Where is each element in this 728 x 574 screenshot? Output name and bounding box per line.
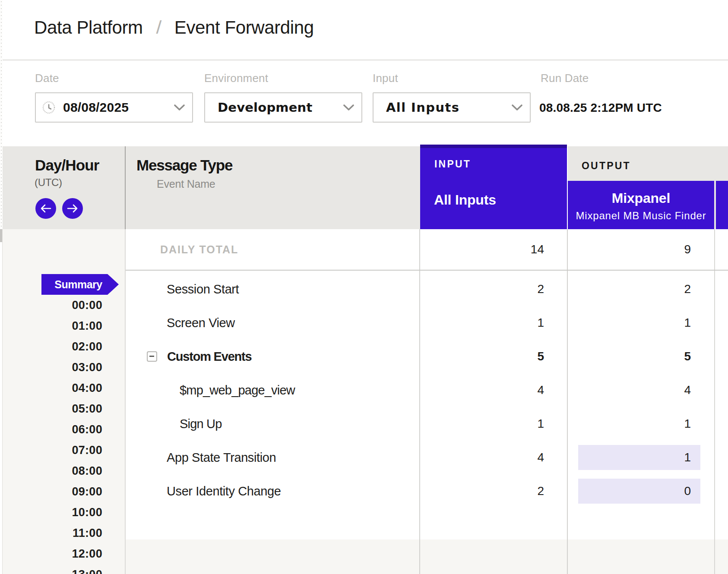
hour-item-01[interactable]: 01:00 xyxy=(3,315,125,336)
hour-item-06[interactable]: 06:00 xyxy=(3,419,125,440)
input-section-label: INPUT xyxy=(434,158,471,170)
arrow-right-icon xyxy=(67,204,78,213)
day-hour-sidebar: Summary 00:00 01:00 02:00 03:00 04:00 05… xyxy=(3,229,126,574)
hour-item-02[interactable]: 02:00 xyxy=(3,336,125,357)
hour-item-07[interactable]: 07:00 xyxy=(3,440,125,460)
highlight-box xyxy=(578,479,700,504)
mixpanel-column-subtitle: Mixpanel MB Music Finder xyxy=(568,210,714,222)
table-row-sign-up[interactable]: Sign Up 1 1 xyxy=(126,407,728,441)
environment-filter-label: Environment xyxy=(204,72,268,85)
input-count: 2 xyxy=(419,484,567,498)
table-row-user-identity-change[interactable]: User Identity Change 2 0 xyxy=(126,474,728,508)
input-filter-label: Input xyxy=(373,72,398,85)
top-bar: Data Platform / Event Forwarding xyxy=(0,0,728,60)
input-column-header[interactable]: INPUT All Inputs xyxy=(420,145,567,229)
left-rail-divider xyxy=(2,229,3,574)
day-hour-timezone: (UTC) xyxy=(35,177,62,189)
hour-item-00[interactable]: 00:00 xyxy=(3,295,125,315)
event-group-name: Custom Events xyxy=(126,350,419,364)
hour-item-11[interactable]: 11:00 xyxy=(3,523,125,543)
environment-filter-value: Development xyxy=(218,100,313,115)
next-output-column-header[interactable] xyxy=(716,181,728,229)
grid-main: DAILY TOTAL 14 9 Session Start 2 2 Scree… xyxy=(126,229,728,574)
input-filter-select[interactable]: All Inputs xyxy=(373,92,531,123)
input-count: 1 xyxy=(419,316,567,330)
next-day-button[interactable] xyxy=(62,198,83,219)
input-count: 5 xyxy=(419,350,567,363)
input-count: 4 xyxy=(419,383,567,397)
event-name: Screen View xyxy=(126,316,419,330)
date-filter-value: 08/08/2025 xyxy=(63,100,129,115)
chevron-down-icon xyxy=(174,104,185,111)
input-column-name: All Inputs xyxy=(434,192,496,208)
event-name-subtitle: Event Name xyxy=(157,178,215,190)
input-count: 4 xyxy=(419,451,567,464)
hour-item-08[interactable]: 08:00 xyxy=(3,460,125,481)
table-row-screen-view[interactable]: Screen View 1 1 xyxy=(126,306,728,340)
output-section-label: OUTPUT xyxy=(582,160,631,172)
summary-flag[interactable]: Summary xyxy=(41,274,119,295)
mixpanel-column-header[interactable]: Mixpanel Mixpanel MB Music Finder xyxy=(568,181,714,229)
breadcrumb-event-forwarding[interactable]: Event Forwarding xyxy=(174,17,314,38)
message-type-title: Message Type xyxy=(136,157,232,174)
mixpanel-column-title: Mixpanel xyxy=(568,190,714,206)
breadcrumb-separator: / xyxy=(156,17,161,38)
input-count: 1 xyxy=(419,417,567,431)
daily-total-output-value: 9 xyxy=(567,243,714,256)
table-row-custom-events[interactable]: Custom Events 5 5 xyxy=(126,340,728,373)
chevron-down-icon xyxy=(343,104,354,111)
arrow-left-icon xyxy=(40,204,51,213)
event-name: Custom Events xyxy=(167,350,252,364)
breadcrumb: Data Platform / Event Forwarding xyxy=(34,0,314,55)
event-name: $mp_web_page_view xyxy=(126,383,419,397)
output-count: 1 xyxy=(567,417,714,431)
output-count: 5 xyxy=(567,350,714,363)
grid-body: Summary 00:00 01:00 02:00 03:00 04:00 05… xyxy=(0,229,728,574)
breadcrumb-data-platform[interactable]: Data Platform xyxy=(34,17,143,38)
table-row-session-start[interactable]: Session Start 2 2 xyxy=(126,272,728,306)
day-hour-title: Day/Hour xyxy=(35,157,99,174)
output-section-header: OUTPUT xyxy=(568,146,728,180)
output-count-cell[interactable]: 1 xyxy=(567,451,714,464)
event-rows: Session Start 2 2 Screen View 1 1 Custom… xyxy=(126,272,728,508)
hour-item-10[interactable]: 10:00 xyxy=(3,502,125,523)
event-name: User Identity Change xyxy=(126,484,419,498)
input-filter-value: All Inputs xyxy=(386,100,459,115)
hour-item-12[interactable]: 12:00 xyxy=(3,543,125,564)
output-count-cell[interactable]: 0 xyxy=(567,484,714,498)
daily-total-label: DAILY TOTAL xyxy=(126,243,419,256)
run-date-label: Run Date xyxy=(541,72,589,85)
left-rail-texture xyxy=(0,0,3,229)
clock-icon xyxy=(42,101,55,114)
run-date-value: 08.08.25 2:12PM UTC xyxy=(539,101,662,115)
chevron-down-icon xyxy=(512,104,522,111)
hour-item-13[interactable]: 13:00 xyxy=(3,564,125,574)
hour-list: Summary 00:00 01:00 02:00 03:00 04:00 05… xyxy=(3,274,125,574)
table-row-app-state-transition[interactable]: App State Transition 4 1 xyxy=(126,441,728,474)
bottom-band xyxy=(126,539,728,574)
output-count: 1 xyxy=(684,451,691,464)
hour-item-05[interactable]: 05:00 xyxy=(3,398,125,419)
event-forwarding-page: Data Platform / Event Forwarding Date 08… xyxy=(0,0,728,574)
collapse-minus-icon[interactable] xyxy=(147,351,157,362)
table-row-mp-web-page-view[interactable]: $mp_web_page_view 4 4 xyxy=(126,373,728,407)
previous-day-button[interactable] xyxy=(35,198,56,219)
output-count: 4 xyxy=(567,383,714,397)
date-filter-select[interactable]: 08/08/2025 xyxy=(35,92,193,123)
daily-total-row: DAILY TOTAL 14 9 xyxy=(126,229,728,271)
output-count: 2 xyxy=(567,282,714,296)
environment-filter-select[interactable]: Development xyxy=(204,92,362,123)
day-hour-header-cell: Day/Hour (UTC) xyxy=(3,146,126,229)
hour-item-04[interactable]: 04:00 xyxy=(3,378,125,398)
hour-item-09[interactable]: 09:00 xyxy=(3,481,125,502)
grid-header: Day/Hour (UTC) Message Type Event Name O… xyxy=(0,146,728,229)
hour-item-03[interactable]: 03:00 xyxy=(3,357,125,378)
event-name: App State Transition xyxy=(126,451,419,465)
event-name: Sign Up xyxy=(126,417,419,431)
output-count: 0 xyxy=(684,484,691,498)
highlight-box xyxy=(578,445,700,470)
filter-bar: Date 08/08/2025 Environment Development … xyxy=(0,60,728,146)
daily-total-input-value: 14 xyxy=(419,243,567,256)
output-count: 1 xyxy=(567,316,714,330)
input-count: 2 xyxy=(419,282,567,296)
